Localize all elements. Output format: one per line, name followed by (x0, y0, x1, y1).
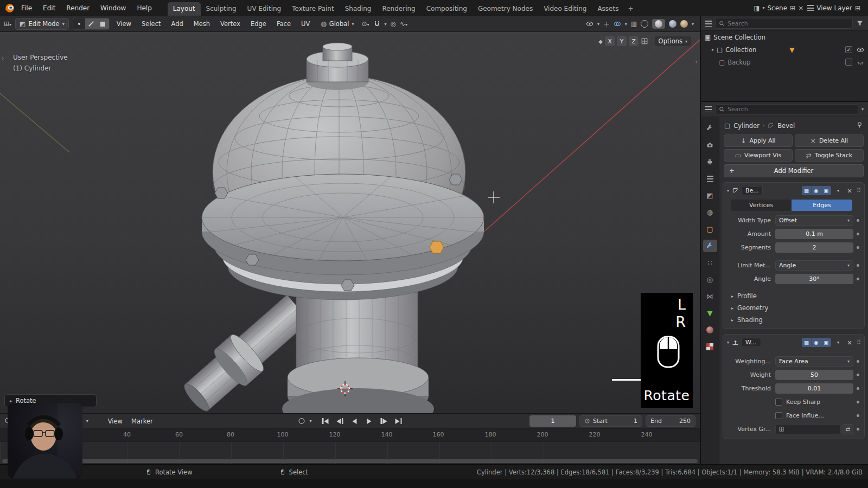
timeline-ruler[interactable]: 40 60 80 100 120 140 160 180 200 220 240 (0, 429, 700, 442)
tab-scene[interactable]: ◩ (703, 189, 717, 202)
mode-dropdown[interactable]: ◩ Edit Mode ▾ (15, 18, 69, 30)
current-frame-field[interactable]: 1 (529, 415, 576, 427)
tab-view-layer[interactable] (703, 172, 717, 185)
tab-video-editing[interactable]: Video Editing (538, 2, 592, 16)
menu-view[interactable]: View (105, 418, 126, 425)
edges-tab[interactable]: Edges (792, 200, 852, 211)
axis-y-button[interactable]: Y (617, 36, 627, 46)
menu-view[interactable]: View (113, 20, 135, 28)
grid-icon[interactable] (641, 37, 648, 45)
magnet-icon[interactable] (373, 20, 381, 28)
viewport-canvas[interactable]: › ‹ User Perspective (1) Cylinder ◆ X Y … (0, 32, 700, 413)
outliner-editor-icon[interactable] (705, 21, 712, 27)
drag-handle[interactable]: ⠿ (857, 187, 860, 194)
auto-key-dropdown[interactable]: ▾ (309, 419, 311, 423)
shading-rendered-button[interactable] (680, 20, 688, 28)
animate-dot[interactable] (853, 428, 863, 431)
tab-particles[interactable]: ∷ (703, 256, 717, 269)
overlays-icon[interactable] (614, 20, 621, 28)
play-reverse-button[interactable] (348, 416, 361, 427)
snap-dropdown[interactable]: ▾ (385, 22, 387, 27)
menu-face[interactable]: Face (273, 20, 294, 28)
toggle-stack-button[interactable]: ⇄Toggle Stack (795, 149, 864, 162)
breadcrumb-object[interactable]: Cylinder (733, 122, 760, 130)
add-modifier-button[interactable]: + Add Modifier (724, 164, 864, 177)
overlays-dropdown[interactable]: ▾ (625, 22, 627, 27)
outliner-search-input[interactable] (727, 20, 849, 27)
visibility-eye-icon[interactable] (586, 20, 593, 28)
tab-modifiers[interactable] (703, 240, 717, 252)
edge-select-button[interactable] (85, 18, 97, 29)
vertex-group-field[interactable] (775, 424, 841, 434)
timeline-track-area[interactable] (0, 442, 700, 464)
tab-object[interactable]: ▢ (703, 223, 717, 235)
collection-exclude-checkbox[interactable]: ✓ (845, 46, 852, 53)
backup-exclude-checkbox[interactable] (845, 59, 852, 66)
end-frame-field[interactable]: End 250 (646, 415, 695, 427)
render-toggle[interactable]: ▣ (821, 338, 831, 347)
properties-search[interactable] (715, 104, 858, 115)
close-icon[interactable]: × (845, 187, 854, 195)
outliner-row-scene-collection[interactable]: ▣ Scene Collection (701, 31, 868, 43)
tab-compositing[interactable]: Compositing (421, 2, 473, 16)
animate-dot[interactable] (853, 387, 863, 390)
menu-edit[interactable]: Edit (38, 0, 60, 16)
outliner-row-collection[interactable]: ▸ ▢ Collection ▼ ✓ (701, 43, 868, 56)
outliner-search[interactable] (715, 18, 853, 29)
menu-vertex[interactable]: Vertex (217, 20, 244, 28)
face-influence-checkbox[interactable] (775, 412, 782, 419)
section-shading[interactable]: ▸Shading (723, 314, 864, 326)
animate-dot[interactable] (853, 246, 863, 249)
properties-options-dropdown[interactable]: ▾ (861, 107, 864, 112)
new-view-layer-icon[interactable]: ⊞ (855, 4, 860, 12)
tab-geometry-nodes[interactable]: Geometry Nodes (473, 2, 538, 16)
tab-assets[interactable]: Assets (592, 2, 624, 16)
expand-icon[interactable]: ▾ (727, 188, 729, 193)
tab-material[interactable] (703, 324, 717, 336)
filter-funnel-icon[interactable] (856, 20, 864, 27)
keep-sharp-checkbox[interactable] (775, 399, 782, 406)
menu-uv[interactable]: UV (298, 20, 313, 28)
tab-sculpting[interactable]: Sculpting (201, 2, 242, 16)
shading-solid-button[interactable] (652, 19, 665, 29)
axis-x-button[interactable]: X (605, 36, 615, 46)
tab-physics[interactable]: ◎ (703, 273, 717, 286)
section-profile[interactable]: ▸Profile (723, 290, 864, 302)
jump-to-start-button[interactable] (319, 416, 332, 427)
new-scene-icon[interactable]: ⊞ (790, 4, 795, 12)
drag-handle[interactable]: ⠿ (857, 339, 860, 346)
menu-window[interactable]: Window (95, 0, 131, 16)
animate-dot[interactable] (853, 374, 863, 376)
vertices-tab[interactable]: Vertices (731, 200, 792, 211)
section-geometry[interactable]: ▸Geometry (723, 302, 864, 314)
toolbar-expand-arrow[interactable]: › (2, 55, 4, 62)
modifier-name-field[interactable]: W... (742, 338, 761, 347)
angle-field[interactable]: 30° (775, 274, 853, 284)
xray-icon[interactable]: ▥ (631, 20, 637, 28)
animate-dot[interactable] (853, 264, 863, 267)
segments-field[interactable]: 2 (775, 242, 853, 253)
menu-file[interactable]: File (16, 0, 37, 16)
menu-help[interactable]: Help (132, 0, 156, 16)
tab-world[interactable]: ◍ (703, 206, 717, 219)
scene-selector[interactable]: ◨▾ Scene ⊞ × (754, 4, 803, 12)
animate-dot[interactable] (853, 233, 863, 235)
eye-open-icon[interactable] (857, 46, 864, 54)
shading-wireframe-button[interactable] (641, 20, 648, 28)
disclosure-icon[interactable]: ▸ (712, 47, 714, 52)
shading-dropdown[interactable]: ▾ (692, 22, 694, 27)
tab-constraints[interactable]: ⋈ (703, 290, 717, 303)
jump-to-end-button[interactable] (392, 416, 405, 427)
edit-mode-toggle[interactable]: ▦ (802, 338, 812, 347)
modifier-extras-dropdown[interactable]: ▾ (834, 340, 843, 345)
animate-dot[interactable] (853, 360, 863, 363)
pivot-dropdown[interactable]: ⊙▾ (361, 20, 369, 28)
weighting-mode-dropdown[interactable]: Face Area▾ (775, 356, 853, 367)
view-layer-selector[interactable]: View Layer ⊞ (807, 4, 860, 12)
modifier-extras-dropdown[interactable]: ▾ (834, 188, 843, 193)
tab-texture-paint[interactable]: Texture Paint (286, 2, 339, 16)
tab-layout[interactable]: Layout (168, 2, 201, 16)
shading-material-button[interactable] (669, 20, 676, 28)
expand-icon[interactable]: ▾ (727, 340, 729, 345)
editor-type-icon[interactable]: ⊞▾ (4, 20, 11, 28)
